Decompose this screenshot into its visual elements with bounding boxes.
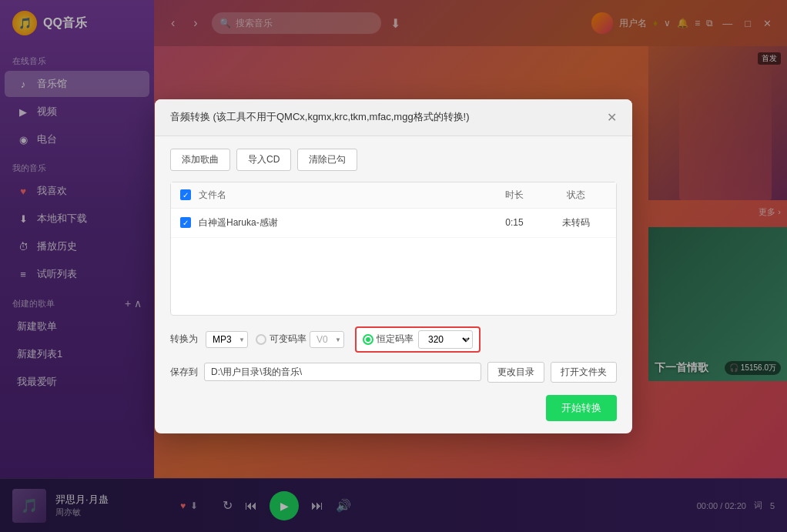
constant-rate-option[interactable]: 恒定码率 <box>363 333 414 346</box>
start-btn-area: 开始转换 <box>170 395 617 421</box>
dialog-title-bar: 音频转换 (该工具不用于QMCx,kgmx,krc,tkm,mfac,mgg格式… <box>155 99 632 136</box>
dialog-body: 添加歌曲 导入CD 清除已勾 ✓ 文件名 时长 状态 <box>155 136 632 433</box>
variable-value-select-wrapper: V0 ▼ <box>310 331 344 348</box>
bitrate-radio-group: 可变码率 V0 ▼ <box>256 326 481 353</box>
row-checkbox[interactable]: ✓ <box>180 217 199 228</box>
check-col-header: ✓ <box>180 189 199 200</box>
change-dir-button[interactable]: 更改目录 <box>487 362 544 383</box>
save-path-input[interactable] <box>204 363 481 381</box>
save-to-label: 保存到 <box>170 366 198 379</box>
dialog-toolbar: 添加歌曲 导入CD 清除已勾 <box>170 149 617 171</box>
constant-rate-section: 恒定码率 320 ▼ <box>355 326 481 353</box>
variable-rate-select[interactable]: V0 <box>310 331 344 348</box>
variable-rate-radio[interactable] <box>256 334 266 345</box>
app-container: 🎵 QQ音乐 在线音乐 ♪ 音乐馆 ▶ 视频 ◉ 电台 我的音乐 ♥ 我喜欢 ⬇… <box>0 0 787 532</box>
table-empty-space <box>171 238 616 315</box>
start-convert-button[interactable]: 开始转换 <box>546 395 617 421</box>
variable-rate-label: 可变码率 <box>270 333 306 346</box>
constant-rate-label: 恒定码率 <box>377 333 414 346</box>
save-path-row: 保存到 更改目录 打开文件夹 <box>170 362 617 383</box>
constant-value-select-wrapper: 320 ▼ <box>418 330 473 349</box>
format-select-wrapper: MP3 ▼ <box>206 331 248 348</box>
convert-settings: 转换为 MP3 ▼ 可变码率 <box>170 326 617 353</box>
format-select[interactable]: MP3 <box>206 331 248 348</box>
select-all-checkbox[interactable]: ✓ <box>180 189 191 200</box>
row-duration: 0:15 <box>484 217 545 228</box>
variable-rate-option[interactable]: 可变码率 V0 ▼ <box>256 331 344 348</box>
file-table: ✓ 文件名 时长 状态 ✓ 白神遥Haruka-感谢 0:15 未转码 <box>170 182 617 316</box>
dialog-close-button[interactable]: ✕ <box>607 110 617 125</box>
file-table-header: ✓ 文件名 时长 状态 <box>171 182 616 209</box>
convert-as-label: 转换为 <box>170 333 198 346</box>
status-col-header: 状态 <box>545 189 607 202</box>
dialog-title: 音频转换 (该工具不用于QMCx,kgmx,krc,tkm,mfac,mgg格式… <box>170 110 470 124</box>
constant-rate-select[interactable]: 320 <box>418 330 473 349</box>
filename-col-header: 文件名 <box>199 189 484 202</box>
dialog-overlay: 音频转换 (该工具不用于QMCx,kgmx,krc,tkm,mfac,mgg格式… <box>0 0 787 532</box>
audio-convert-dialog: 音频转换 (该工具不用于QMCx,kgmx,krc,tkm,mfac,mgg格式… <box>155 99 632 433</box>
constant-rate-radio[interactable] <box>363 334 373 345</box>
row-status: 未转码 <box>545 216 607 229</box>
row-filename: 白神遥Haruka-感谢 <box>199 216 484 229</box>
constant-rate-radio-dot <box>366 337 370 342</box>
duration-col-header: 时长 <box>484 189 545 202</box>
add-song-button[interactable]: 添加歌曲 <box>170 149 230 171</box>
clear-checked-button[interactable]: 清除已勾 <box>297 149 357 171</box>
open-folder-button[interactable]: 打开文件夹 <box>551 362 617 383</box>
import-cd-button[interactable]: 导入CD <box>236 149 291 171</box>
table-row: ✓ 白神遥Haruka-感谢 0:15 未转码 <box>171 209 616 238</box>
